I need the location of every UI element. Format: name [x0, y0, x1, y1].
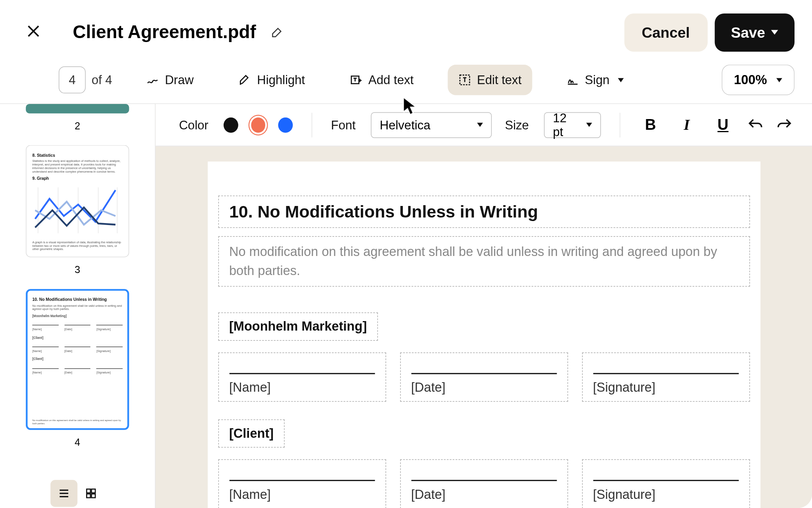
zoom-selector[interactable]: 100% — [722, 65, 795, 95]
svg-rect-9 — [87, 494, 90, 498]
thumbnail-page-2-partial[interactable] — [26, 104, 129, 114]
save-label: Save — [731, 24, 765, 41]
size-label: Size — [505, 118, 529, 132]
signature-row-1: [Name] [Date] [Signature] — [218, 352, 750, 402]
thumbnail-page-4[interactable]: 10. No Modifications Unless in Writing N… — [26, 289, 129, 430]
name-field[interactable]: [Name] — [218, 459, 386, 508]
list-view-icon[interactable] — [50, 480, 77, 507]
view-mode-toggle — [50, 474, 104, 507]
italic-button[interactable]: I — [675, 112, 699, 137]
font-select[interactable]: Helvetica — [371, 112, 492, 138]
party1-textbox[interactable]: [Moonhelm Marketing] — [218, 312, 378, 341]
color-swatch-orange[interactable] — [251, 117, 265, 132]
highlight-tool[interactable]: Highlight — [228, 65, 316, 95]
page-indicator: 4 of 4 — [59, 66, 112, 93]
cancel-button[interactable]: Cancel — [624, 13, 707, 51]
thumb-label-4: 4 — [75, 437, 80, 449]
heading-textbox[interactable]: 10. No Modifications Unless in Writing — [218, 196, 750, 228]
document-title: Client Agreement.pdf — [73, 22, 256, 43]
divider — [312, 112, 312, 137]
size-select[interactable]: 12 pt — [544, 112, 601, 138]
signature-field[interactable]: [Signature] — [582, 459, 749, 508]
grid-view-icon[interactable] — [77, 480, 104, 507]
save-button[interactable]: Save — [714, 13, 795, 51]
current-page-input[interactable]: 4 — [59, 66, 86, 93]
svg-rect-10 — [92, 494, 95, 498]
cursor-icon — [402, 97, 417, 118]
color-swatch-black[interactable] — [224, 117, 238, 132]
edit-text-tool[interactable]: Edit text — [448, 65, 532, 95]
sign-tool[interactable]: Sign — [555, 65, 634, 95]
rename-icon[interactable] — [269, 24, 285, 40]
signature-field[interactable]: [Signature] — [582, 352, 749, 402]
page-total: of 4 — [92, 73, 112, 87]
date-field[interactable]: [Date] — [400, 352, 568, 402]
color-swatch-blue[interactable] — [278, 117, 293, 132]
date-field[interactable]: [Date] — [400, 459, 568, 508]
chevron-down-icon — [586, 123, 592, 127]
party2-textbox[interactable]: [Client] — [218, 419, 285, 447]
chevron-down-icon — [776, 78, 782, 82]
color-label: Color — [179, 118, 208, 132]
main-toolbar: 4 of 4 Draw Highlight Add text Edit text… — [0, 65, 812, 104]
name-field[interactable]: [Name] — [218, 352, 386, 402]
page-4: 10. No Modifications Unless in Writing N… — [207, 162, 760, 508]
svg-rect-7 — [87, 489, 90, 493]
redo-button[interactable] — [777, 117, 792, 132]
undo-button[interactable] — [748, 117, 763, 132]
bold-button[interactable]: B — [639, 112, 662, 137]
thumb-label-2: 2 — [75, 120, 80, 132]
signature-row-2: [Name] [Date] [Signature] — [218, 459, 750, 508]
divider — [619, 112, 620, 137]
thumbnail-panel: 2 8. Statistics Statistics is the study … — [0, 104, 155, 508]
mini-chart-icon — [32, 185, 118, 236]
chevron-down-icon — [477, 123, 483, 127]
chevron-down-icon — [771, 30, 778, 35]
body-textbox[interactable]: No modification on this agreement shall … — [218, 236, 750, 287]
thumbnail-page-3[interactable]: 8. Statistics Statistics is the study an… — [26, 145, 129, 258]
underline-button[interactable]: U — [711, 112, 735, 137]
font-label: Font — [331, 118, 356, 132]
add-text-tool[interactable]: Add text — [339, 65, 424, 95]
app-header: Client Agreement.pdf Cancel Save — [0, 0, 812, 65]
document-canvas[interactable]: 10. No Modifications Unless in Writing N… — [155, 146, 812, 508]
chevron-down-icon — [618, 78, 624, 82]
svg-rect-8 — [92, 489, 95, 493]
close-button[interactable] — [17, 15, 49, 49]
main-area: 2 8. Statistics Statistics is the study … — [0, 103, 812, 508]
text-style-bar: Color Font Helvetica Size 12 pt B I U — [155, 104, 812, 146]
editor-pane: Color Font Helvetica Size 12 pt B I U — [155, 104, 812, 508]
draw-tool[interactable]: Draw — [136, 65, 204, 95]
thumb-label-3: 3 — [75, 264, 80, 276]
